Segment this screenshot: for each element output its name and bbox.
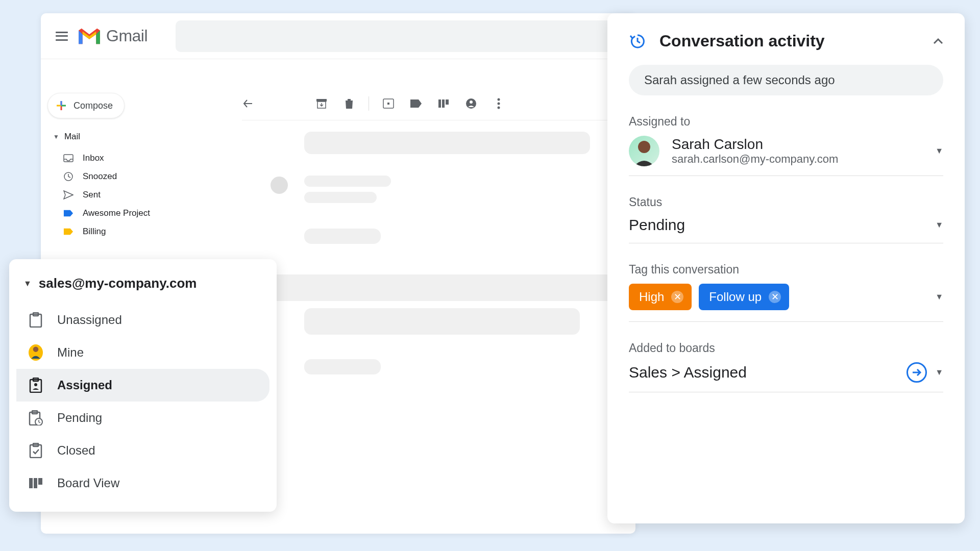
assignee-email: sarah.carlson@my-company.com [672,153,838,166]
skeleton-line [304,192,377,203]
skeleton-avatar [271,177,288,194]
si-item-closed[interactable]: Closed [16,434,270,467]
svg-point-17 [498,106,500,109]
compose-label: Compose [74,101,113,111]
sidebar-item-snoozed[interactable]: Snoozed [60,167,191,186]
svg-point-15 [498,98,500,101]
si-item-label: Board View [57,476,119,490]
search-input[interactable] [176,20,620,52]
sidebar-item-label: Billing [83,227,106,237]
recent-activity-pill[interactable]: Sarah assigned a few seconds ago [629,65,943,95]
svg-rect-10 [438,99,441,108]
add-tag-dropdown[interactable]: ▼ [935,292,943,302]
boards-label: Added to boards [629,341,943,355]
tags-row: High ✕ Follow up ✕ ▼ [629,284,943,322]
status-value: Pending [629,216,685,234]
svg-rect-31 [38,478,42,485]
hamburger-icon [56,32,68,41]
assigned-section: Assigned to Sarah Carslon sarah.carlson@… [629,115,943,176]
chevron-up-icon [933,38,943,44]
activity-header: Conversation activity [629,32,943,51]
si-item-pending[interactable]: Pending [16,402,270,434]
board-dropdown[interactable]: Sales > Assigned ▼ [629,362,943,392]
toolbar-divider [369,96,369,111]
gmail-wordmark: Gmail [106,27,148,45]
skeleton-line [304,176,391,187]
caret-down-icon: ▼ [935,220,943,230]
tag-label: High [639,290,664,304]
status-section: Status Pending ▼ [629,195,943,243]
delete-button[interactable] [343,97,355,110]
main-menu-button[interactable] [51,26,72,47]
si-item-unassigned[interactable]: Unassigned [16,304,270,336]
shared-inbox-toggle[interactable]: ▼ sales@my-company.com [16,276,270,291]
tag-remove-button[interactable]: ✕ [769,291,781,303]
skeleton-line [304,308,580,335]
skeleton-line [242,274,630,301]
gmail-m-icon [77,27,102,46]
activity-title: Conversation activity [659,32,920,51]
svg-point-20 [33,346,39,352]
mail-collapse-toggle[interactable]: ▼ Mail [53,132,191,142]
status-dropdown[interactable]: Pending ▼ [629,216,943,243]
shared-inbox-title: sales@my-company.com [39,276,197,291]
si-item-label: Unassigned [57,313,122,327]
sidebar-item-billing[interactable]: Billing [60,222,191,241]
tag-remove-button[interactable]: ✕ [671,291,683,303]
skeleton-line [304,359,381,374]
sidebar-item-awesome-project[interactable]: Awesome Project [60,204,191,222]
si-item-mine[interactable]: Mine [16,336,270,369]
move-to-inbox-button[interactable] [382,97,395,110]
inbox-icon [63,153,74,163]
archive-button[interactable] [315,97,328,110]
back-button[interactable] [242,97,254,110]
svg-rect-9 [387,103,389,105]
si-item-assigned[interactable]: Assigned [16,369,270,402]
plus-icon [55,99,67,112]
collapse-button[interactable] [933,38,943,44]
svg-rect-12 [446,99,449,105]
label-icon [63,227,74,237]
board-value: Sales > Assigned [629,364,898,381]
sidebar-item-inbox[interactable]: Inbox [60,149,191,167]
assigned-label: Assigned to [629,115,943,129]
more-button[interactable] [493,97,505,110]
si-item-label: Assigned [57,378,112,392]
caret-down-icon: ▼ [23,279,32,288]
assignee-dropdown[interactable]: Sarah Carslon sarah.carlson@my-company.c… [629,136,943,176]
clipboard-user-icon [29,378,43,392]
sidebar-item-label: Awesome Project [83,208,150,218]
si-item-board-view[interactable]: Board View [16,467,270,499]
boards-section: Added to boards Sales > Assigned ▼ [629,341,943,392]
goto-board-button[interactable] [906,362,927,383]
clipboard-check-icon [29,443,43,458]
svg-rect-29 [29,478,33,488]
svg-rect-30 [34,478,37,488]
compose-button[interactable]: Compose [47,93,125,118]
label-button[interactable] [410,97,422,110]
gmail-logo[interactable]: Gmail [77,27,148,46]
svg-point-23 [34,383,37,386]
svg-point-14 [470,101,473,104]
sidebar-item-sent[interactable]: Sent [60,186,191,204]
tag-high[interactable]: High ✕ [629,284,692,310]
mail-section-label: Mail [64,132,80,142]
history-icon [629,33,646,50]
sidebar-item-label: Inbox [83,153,104,163]
caret-down-icon: ▼ [935,146,943,156]
svg-rect-11 [442,99,445,108]
clipboard-clock-icon [29,411,43,425]
shared-inbox-panel: ▼ sales@my-company.com Unassigned Mine A… [9,259,277,512]
svg-point-32 [638,141,650,153]
share-button[interactable] [465,97,477,110]
tags-label: Tag this conversation [629,263,943,277]
board-button[interactable] [437,97,450,110]
tag-follow-up[interactable]: Follow up ✕ [699,284,789,310]
arrow-right-icon [911,367,922,378]
gmail-header: Gmail [41,13,635,59]
skeleton-line [304,229,381,244]
message-content [242,132,630,374]
si-item-label: Mine [57,345,84,360]
assignee-avatar [629,136,659,166]
conversation-activity-panel: Conversation activity Sarah assigned a f… [607,13,965,523]
